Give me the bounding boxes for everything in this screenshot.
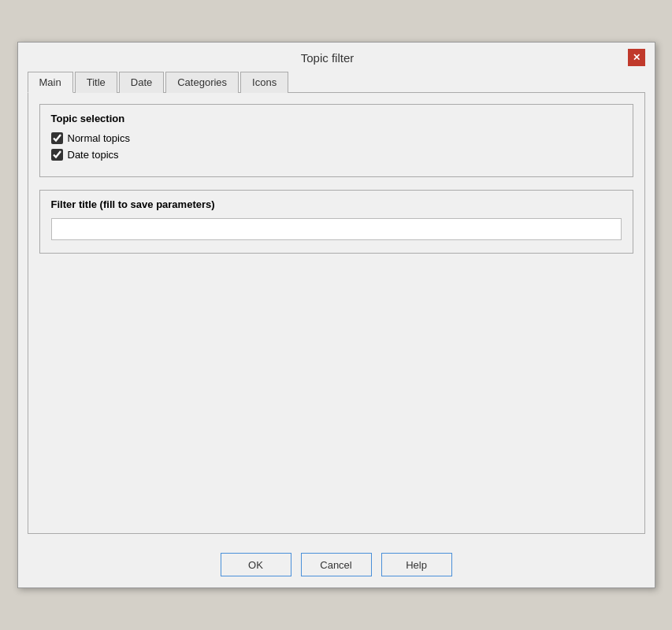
filter-title-label: Filter title (fill to save parameters) [51, 198, 622, 210]
date-topics-checkbox[interactable] [51, 149, 63, 161]
tab-title[interactable]: Title [75, 72, 117, 93]
cancel-button[interactable]: Cancel [301, 553, 372, 576]
topic-selection-title: Topic selection [51, 113, 622, 124]
dialog-window: Topic filter ✕ Main Title Date Categorie… [17, 42, 655, 588]
tab-content-main: Topic selection Normal topics Date topic… [28, 93, 645, 534]
tab-bar: Main Title Date Categories Icons [28, 71, 645, 93]
normal-topics-row: Normal topics [51, 132, 622, 144]
date-topics-row: Date topics [51, 149, 622, 161]
tab-icons[interactable]: Icons [240, 72, 288, 93]
dialog-title: Topic filter [28, 51, 628, 65]
topic-selection-group: Topic selection Normal topics Date topic… [39, 104, 633, 177]
dialog-footer: OK Cancel Help [18, 543, 655, 587]
ok-button[interactable]: OK [221, 553, 291, 576]
help-button[interactable]: Help [381, 553, 452, 576]
tab-date[interactable]: Date [119, 72, 164, 93]
tab-main[interactable]: Main [28, 72, 73, 93]
normal-topics-label[interactable]: Normal topics [68, 132, 130, 144]
title-bar: Topic filter ✕ [18, 43, 655, 71]
filter-title-group: Filter title (fill to save parameters) [39, 190, 633, 254]
normal-topics-checkbox[interactable] [51, 132, 63, 144]
tab-categories[interactable]: Categories [165, 72, 239, 93]
close-button[interactable]: ✕ [628, 49, 645, 66]
filter-title-input[interactable] [51, 218, 622, 240]
date-topics-label[interactable]: Date topics [68, 149, 119, 161]
dialog-body: Main Title Date Categories Icons Topic s… [18, 71, 655, 543]
